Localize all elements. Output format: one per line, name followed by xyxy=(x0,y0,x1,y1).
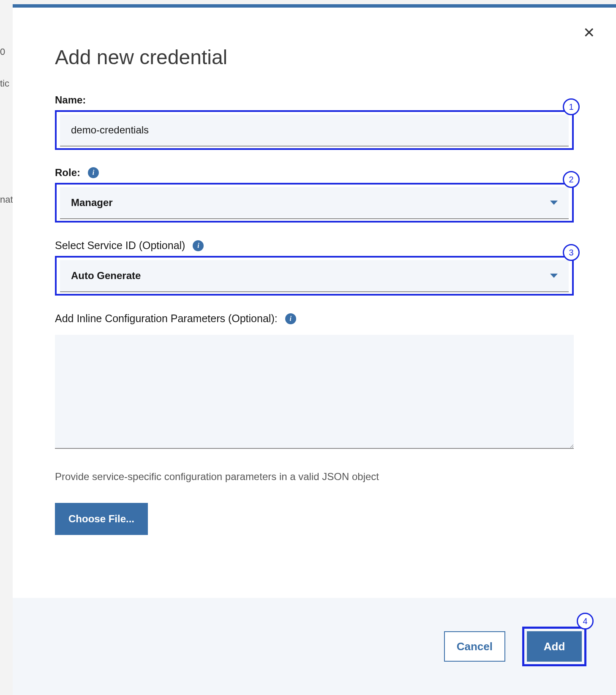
info-icon[interactable]: i xyxy=(285,313,296,324)
choose-file-button[interactable]: Choose File... xyxy=(55,503,148,535)
service-id-highlight: 3 Auto Generate xyxy=(55,256,574,296)
add-highlight: 4 Add xyxy=(522,627,586,666)
callout-4: 4 xyxy=(577,613,594,630)
inline-config-help: Provide service-specific configuration p… xyxy=(55,471,574,483)
callout-2: 2 xyxy=(563,171,580,188)
service-id-select[interactable]: Auto Generate xyxy=(60,260,569,292)
name-field: Name: 1 xyxy=(55,94,574,150)
chevron-down-icon xyxy=(550,201,558,205)
service-id-label: Select Service ID (Optional) xyxy=(55,239,185,252)
modal-title: Add new credential xyxy=(55,46,574,69)
inline-config-textarea[interactable] xyxy=(55,335,574,449)
info-icon[interactable]: i xyxy=(88,167,99,178)
callout-1: 1 xyxy=(563,98,580,115)
callout-3: 3 xyxy=(563,244,580,261)
role-select[interactable]: Manager xyxy=(60,187,569,219)
service-id-field: Select Service ID (Optional) i 3 Auto Ge… xyxy=(55,239,574,296)
role-value: Manager xyxy=(71,197,113,209)
inline-config-field: Add Inline Configuration Parameters (Opt… xyxy=(55,312,574,535)
role-label: Role: xyxy=(55,167,80,179)
chevron-down-icon xyxy=(550,274,558,278)
role-field: Role: i 2 Manager xyxy=(55,167,574,223)
modal-body: Add new credential Name: 1 Role: i 2 Man… xyxy=(13,8,616,569)
service-id-value: Auto Generate xyxy=(71,270,141,282)
close-icon: ✕ xyxy=(583,24,595,41)
name-highlight: 1 xyxy=(55,110,574,150)
add-credential-modal: ✕ Add new credential Name: 1 Role: i 2 M… xyxy=(13,4,616,695)
modal-footer: Cancel 4 Add xyxy=(13,598,616,695)
name-input[interactable] xyxy=(60,114,569,147)
role-highlight: 2 Manager xyxy=(55,183,574,223)
info-icon[interactable]: i xyxy=(193,240,204,251)
cancel-button[interactable]: Cancel xyxy=(444,631,505,662)
close-button[interactable]: ✕ xyxy=(583,25,595,40)
inline-config-label: Add Inline Configuration Parameters (Opt… xyxy=(55,312,278,325)
name-label: Name: xyxy=(55,94,86,106)
add-button[interactable]: Add xyxy=(527,631,582,662)
